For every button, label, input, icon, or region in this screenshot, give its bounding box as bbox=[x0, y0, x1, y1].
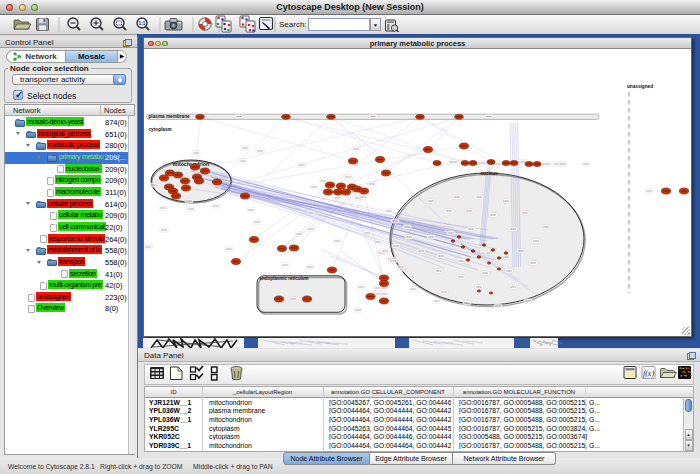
svg-text:nucleus: nucleus bbox=[480, 171, 498, 176]
svg-text:f(x): f(x) bbox=[643, 369, 654, 378]
svg-text:endoplasmic reticulum: endoplasmic reticulum bbox=[260, 276, 309, 281]
svg-text:1:1: 1:1 bbox=[139, 21, 146, 26]
svg-text:cytoplasm: cytoplasm bbox=[149, 127, 172, 132]
svg-text:plasma membrane: plasma membrane bbox=[149, 114, 191, 119]
svg-text:unassigned: unassigned bbox=[627, 84, 653, 89]
